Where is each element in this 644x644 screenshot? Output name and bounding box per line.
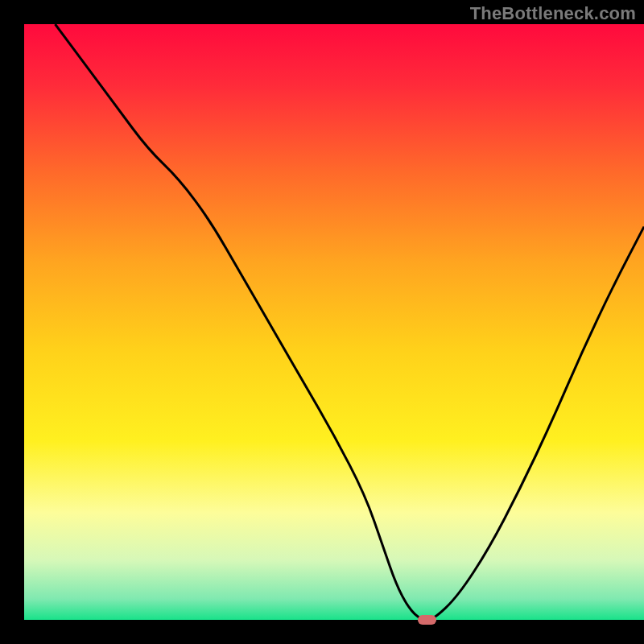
optimal-point-marker: [418, 615, 436, 625]
watermark-text: TheBottleneck.com: [470, 3, 636, 24]
bottleneck-chart: [0, 0, 644, 644]
chart-gradient-bg: [24, 24, 644, 620]
chart-container: TheBottleneck.com: [0, 0, 644, 644]
